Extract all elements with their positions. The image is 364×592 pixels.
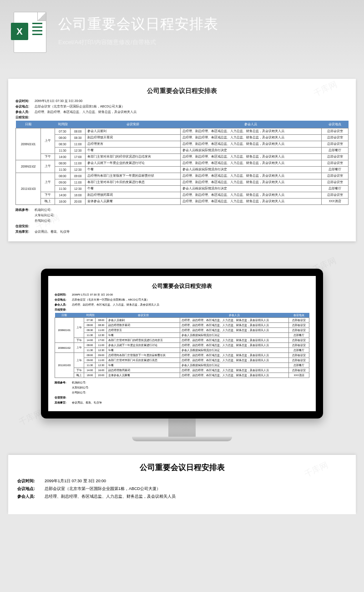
hero-title: 公司重要会议日程安排表 (58, 15, 218, 34)
meta-label: 路线参考: (55, 381, 72, 385)
meta-value: 总经理、副总经理、各区域总监、人力总监、财务总监，及会议相关人员 (72, 303, 309, 307)
meta-label: 参会人员: (17, 494, 45, 500)
meta-label: 参会人员: (55, 303, 72, 307)
meta-label: 会议地点: (17, 486, 45, 492)
doc-title: 公司重要会议日程安排表 (55, 282, 309, 290)
meta-label: 日程安排: (15, 115, 35, 120)
meta-label: 其他事宜: (55, 401, 72, 405)
meta-row: 会议时间:2099年1月1日 07:30 至 3日 20:00 (55, 293, 309, 297)
table-row: 2099\01\02上午08:0011:00参会人员就下一年度企业的发展进行讨论… (55, 343, 309, 348)
meta-label: 其他事宜: (15, 230, 35, 234)
meta-row: 参会人员:总经理、副总经理、各区域总监、人力总监、财务总监，及会议相关人员 (15, 110, 349, 114)
doc-title: 公司重要会议日程安排表 (15, 87, 349, 95)
table-row: 08:0008:30副总经理致开幕词总经理、副总经理、各区域总监、人力总监、财务… (55, 323, 309, 328)
table-row: 11:3012:30午餐参会人员根据实际情况自行决定总部餐厅 (16, 167, 349, 173)
meta-label: 会议地点: (55, 298, 72, 302)
table-row: 下午14:0017:00各部门主管对本部门的经营状况进行总结发言总经理、副总经理… (16, 154, 349, 160)
meta-row: 会议地点:总部会议室（北京市第一区国际企业园第1栋，ABCD公司大厦） (15, 104, 349, 109)
table-row: 晚上18:0020:00全体参会人员聚餐总经理、副总经理、各区域总监、人力总监、… (16, 199, 349, 205)
monitor-screen: 公司重要会议日程安排表会议时间:2099年1月1日 07:30 至 3日 20:… (48, 276, 316, 411)
table-row: 2011\01\03上午08:0009:00总经理向各部门主管颁发下一年度的目标… (16, 173, 349, 179)
meta-row: 会议时间:2099年1月1日 07:30 至 3日 20:00 (15, 99, 349, 103)
meta-row: 会议地点:总部会议室（北京市第一区国际企业园第1栋，ABCD公司大厦） (55, 298, 309, 302)
schedule-table: 日期时间段会议安排参会人员会议地点2099\01\01上午07:3008:00参… (15, 121, 349, 205)
table-row: 2099\01\01上午07:3008:00参会人员签到总经理、副总经理、各区域… (55, 318, 309, 323)
table-row: 下午14:0017:00各部门主管对本部门的经营状况进行总结发言总经理、副总经理… (55, 338, 309, 343)
schedule-table: 日期时间段会议安排参会人员会议地点2099\01\01上午07:3008:00参… (55, 313, 309, 378)
watermark: 千库网 (17, 408, 44, 428)
table-row: 11:3012:30午餐参会人员根据实际情况自行决定总部餐厅 (55, 363, 309, 368)
hero-subtitle: Excel/A4打印/内容随意修改/自带格式 (58, 38, 218, 46)
meta-label: 会议时间: (15, 99, 35, 103)
monitor-mockup: 千库网 千库网 公司重要会议日程安排表会议时间:2099年1月1日 07:30 … (0, 269, 364, 441)
meta-value (72, 308, 309, 312)
preview-sheet-cropped: 千库网 公司重要会议日程安排表 会议时间:2099年1月1日 07:30 至 3… (8, 455, 356, 514)
meta-value: 2099年1月1日 07:30 至 3日 20:00 (72, 293, 309, 297)
meta-value: 总部会议室（北京市第一区国际企业园第1栋，ABCD公司大厦） (45, 486, 347, 492)
hero-banner: X 公司重要会议日程安排表 Excel/A4打印/内容随意修改/自带格式 (0, 0, 364, 71)
table-row: 2099\01\02上午08:0011:00参会人员就下一年度企业的发展进行讨论… (16, 160, 349, 167)
table-row: 2011\01\03上午08:0009:00总经理向各部门主管颁发下一年度的目标… (55, 353, 309, 358)
meta-label: 路线参考: (15, 208, 35, 212)
table-row: 2099\01\01上午07:3008:00参会人员签到总经理、副总经理、各区域… (16, 128, 349, 135)
table-row: 11:3012:30午餐参会人员根据实际情况自行决定总部餐厅 (55, 348, 309, 353)
meta-value: 总部会议室（北京市第一区国际企业园第1栋，ABCD公司大厦） (72, 298, 309, 302)
meta-value: 总部会议室（北京市第一区国际企业园第1栋，ABCD公司大厦） (35, 104, 349, 109)
table-row: 晚上18:0020:00全体参会人员聚餐总经理、副总经理、各区域总监、人力总监、… (55, 373, 309, 378)
table-row: 09:0011:00各部门主管对本部门今后的发展进行表态总经理、副总经理、各区域… (55, 358, 309, 363)
meta-label: 参会人员: (15, 110, 35, 114)
table-row: 09:0011:00各部门主管对本部门今后的发展进行表态总经理、副总经理、各区域… (16, 179, 349, 186)
meta-value: 2099年1月1日 07:30 至 3日 20:00 (35, 99, 349, 103)
meta-label: 会议地点: (15, 104, 35, 109)
meta-row: 参会人员:总经理、副总经理、各区域总监、人力总监、财务总监，及会议相关人员 (55, 303, 309, 307)
table-row: 11:3012:30午餐参会人员根据实际情况自行决定总部餐厅 (16, 148, 349, 154)
table-row: 下午14:0016:00副总经理致闭幕词总经理、副总经理、各区域总监、人力总监、… (16, 192, 349, 199)
preview-sheet-flat: 千库网 千库网 公司重要会议日程安排表会议时间:2099年1月1日 07:30 … (8, 79, 356, 241)
meta-label: 会议时间: (55, 293, 72, 297)
meta-value: 2099年1月1日 07:30 至 3日 20:00 (45, 478, 347, 484)
meta-value (35, 115, 349, 120)
doc-title: 公司重要会议日程安排表 (17, 462, 347, 473)
meta-label: 住宿安排: (55, 396, 72, 400)
excel-file-icon: X (14, 12, 50, 53)
meta-row: 日程安排: (55, 308, 309, 312)
meta-value: 总经理、副总经理、各区域总监、人力总监、财务总监，及会议相关人员 (35, 110, 349, 114)
table-row: 08:0008:30副总经理致开幕词总经理、副总经理、各区域总监、人力总监、财务… (16, 135, 349, 141)
table-row: 下午14:0016:00副总经理致闭幕词总经理、副总经理、各区域总监、人力总监、… (55, 368, 309, 373)
meta-label: 日程安排: (55, 308, 72, 312)
table-row: 08:3011:00总经理发言总经理、副总经理、各区域总监、人力总监、财务总监，… (55, 328, 309, 333)
meta-label: 住宿安排: (15, 224, 35, 229)
table-row: 08:3011:00总经理发言总经理、副总经理、各区域总监、人力总监、财务总监，… (16, 141, 349, 148)
meta-value: 总经理、副总经理、各区域总监、人力总监、财务总监，及会议相关人员 (45, 494, 347, 500)
table-row: 11:3012:30午餐参会人员根据实际情况自行决定总部餐厅 (55, 333, 309, 338)
table-row: 11:3012:30午餐参会人员根据实际情况自行决定总部餐厅 (16, 186, 349, 192)
meta-row: 日程安排: (15, 115, 349, 120)
meta-label: 会议时间: (17, 478, 45, 484)
